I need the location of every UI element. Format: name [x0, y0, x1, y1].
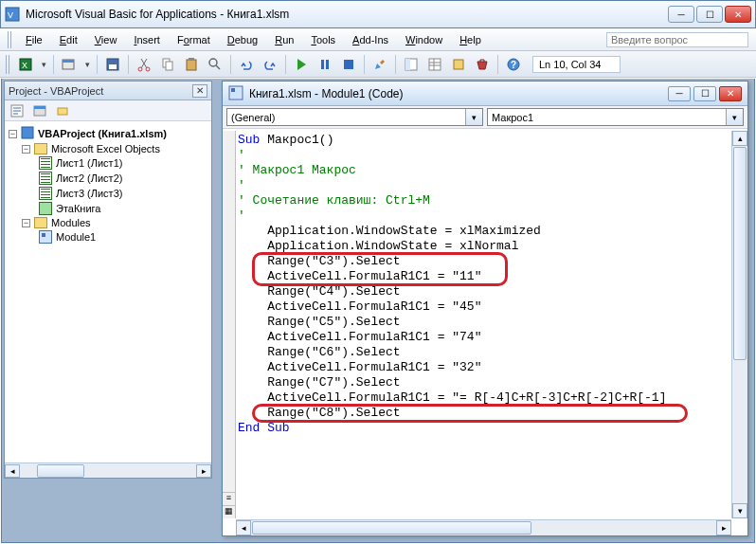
project-tree: − VBAProject (Книга1.xlsm) − Microsoft E… [5, 121, 211, 248]
run-button[interactable] [291, 54, 312, 75]
project-explorer-button[interactable] [401, 54, 422, 75]
tree-sheet2[interactable]: Лист2 (Лист2) [9, 171, 207, 186]
project-panel-close[interactable]: ✕ [192, 84, 207, 98]
tree-thisworkbook[interactable]: ЭтаКнига [9, 201, 207, 216]
menu-help[interactable]: Help [452, 32, 489, 47]
project-explorer: Project - VBAProject ✕ − VBAProject (Кни… [4, 81, 212, 479]
code-maximize-button[interactable]: ☐ [693, 86, 716, 101]
code-area: ≡ ▦ Sub Макрос1() ' ' Макрос1 Макрос ' '… [223, 131, 747, 518]
scroll-right-icon[interactable]: ▸ [716, 520, 731, 535]
svg-rect-21 [454, 60, 463, 69]
tree-excel-objects[interactable]: − Microsoft Excel Objects [9, 142, 207, 155]
svg-rect-19 [405, 59, 410, 70]
menu-debug[interactable]: Debug [220, 32, 265, 47]
collapse-icon[interactable]: − [22, 219, 30, 227]
app-title: Microsoft Visual Basic for Applications … [26, 8, 668, 21]
insert-userform-button[interactable] [59, 54, 80, 75]
scroll-thumb[interactable] [37, 464, 84, 478]
tree-sheet1[interactable]: Лист1 (Лист1) [9, 155, 207, 171]
code-minimize-button[interactable]: ─ [668, 86, 691, 101]
full-module-view-button[interactable]: ▦ [223, 505, 235, 518]
chevron-down-icon[interactable]: ▾ [465, 109, 482, 125]
scroll-down-icon[interactable]: ▾ [732, 503, 747, 518]
insert-dropdown[interactable]: ▾ [82, 60, 92, 69]
menu-addins[interactable]: Add-Ins [345, 32, 396, 47]
menu-insert[interactable]: Insert [126, 32, 168, 47]
undo-button[interactable] [236, 54, 257, 75]
cut-button[interactable] [134, 54, 154, 75]
scroll-up-icon[interactable]: ▴ [732, 131, 747, 146]
folder-icon [34, 143, 47, 154]
reset-button[interactable] [338, 54, 359, 75]
properties-window-button[interactable] [424, 54, 445, 75]
find-button[interactable] [205, 54, 225, 75]
code-close-button[interactable]: ✕ [719, 86, 742, 101]
svg-rect-28 [22, 127, 33, 138]
svg-rect-30 [231, 88, 235, 92]
collapse-icon[interactable]: − [22, 145, 30, 154]
svg-rect-17 [344, 60, 353, 69]
help-button[interactable]: ? [503, 54, 524, 75]
copy-button[interactable] [157, 54, 178, 75]
code-combos: (General)▾ Макрос1▾ [223, 106, 747, 129]
svg-rect-11 [166, 62, 172, 70]
scroll-right-icon[interactable]: ▸ [196, 464, 211, 478]
svg-rect-20 [429, 59, 441, 70]
svg-rect-13 [189, 58, 194, 61]
view-excel-dropdown[interactable]: ▾ [39, 60, 48, 69]
maximize-button[interactable]: ☐ [696, 6, 723, 23]
view-excel-button[interactable]: X [15, 54, 36, 75]
toggle-folders-button[interactable] [52, 100, 73, 121]
tree-root[interactable]: − VBAProject (Книга1.xlsm) [9, 125, 207, 142]
code-vscroll[interactable]: ▴ ▾ [731, 131, 747, 518]
svg-point-8 [138, 67, 142, 71]
svg-rect-16 [326, 60, 329, 69]
menu-run[interactable]: Run [267, 32, 301, 47]
tree-module1[interactable]: Module1 [9, 229, 207, 245]
close-button[interactable]: ✕ [725, 6, 751, 23]
menu-format[interactable]: Format [170, 32, 218, 47]
worksheet-icon [39, 172, 52, 185]
object-combo[interactable]: (General)▾ [226, 108, 483, 126]
break-button[interactable] [315, 54, 335, 75]
code-window-titlebar[interactable]: Книга1.xlsm - Module1 (Code) ─ ☐ ✕ [223, 82, 747, 106]
paste-button[interactable] [181, 54, 202, 75]
minimize-button[interactable]: ─ [668, 6, 694, 23]
scroll-thumb[interactable] [733, 147, 747, 360]
save-button[interactable] [102, 54, 123, 75]
view-object-button[interactable] [29, 100, 50, 121]
help-question-input[interactable] [606, 32, 748, 47]
object-browser-button[interactable] [448, 54, 469, 75]
vba-app-icon: V [5, 7, 20, 22]
menu-view[interactable]: View [87, 32, 125, 47]
code-hscroll[interactable]: ◂ ▸ [236, 519, 731, 535]
menubar-grip[interactable] [8, 31, 12, 48]
vbaproject-icon [21, 126, 34, 141]
help-question-box [606, 32, 748, 47]
menu-edit[interactable]: Edit [52, 32, 85, 47]
redo-button[interactable] [260, 54, 280, 75]
scroll-left-icon[interactable]: ◂ [5, 464, 20, 478]
tree-modules[interactable]: − Modules [9, 216, 207, 229]
procedure-view-button[interactable]: ≡ [223, 492, 235, 505]
menu-window[interactable]: Window [398, 32, 450, 47]
project-hscroll[interactable]: ◂ ▸ [5, 462, 211, 478]
procedure-combo[interactable]: Макрос1▾ [487, 108, 744, 126]
design-mode-button[interactable] [369, 54, 390, 75]
tree-sheet3[interactable]: Лист3 (Лист3) [9, 186, 207, 201]
code-editor[interactable]: Sub Макрос1() ' ' Макрос1 Макрос ' ' Соч… [236, 131, 731, 518]
svg-rect-12 [187, 60, 196, 70]
collapse-icon[interactable]: − [9, 130, 17, 138]
menu-file[interactable]: File [18, 32, 50, 47]
chevron-down-icon[interactable]: ▾ [726, 109, 743, 125]
view-code-button[interactable] [7, 100, 27, 121]
toolbox-button[interactable] [472, 54, 493, 75]
project-panel-title[interactable]: Project - VBAProject ✕ [5, 82, 211, 100]
toolbar: X ▾ ▾ ? Ln 10, Col 34 [0, 51, 756, 78]
scroll-thumb[interactable] [252, 521, 531, 535]
scroll-left-icon[interactable]: ◂ [236, 520, 251, 535]
toolbar-grip[interactable] [6, 55, 10, 74]
worksheet-icon [39, 187, 52, 200]
svg-text:?: ? [511, 60, 516, 70]
menu-tools[interactable]: Tools [303, 32, 343, 47]
